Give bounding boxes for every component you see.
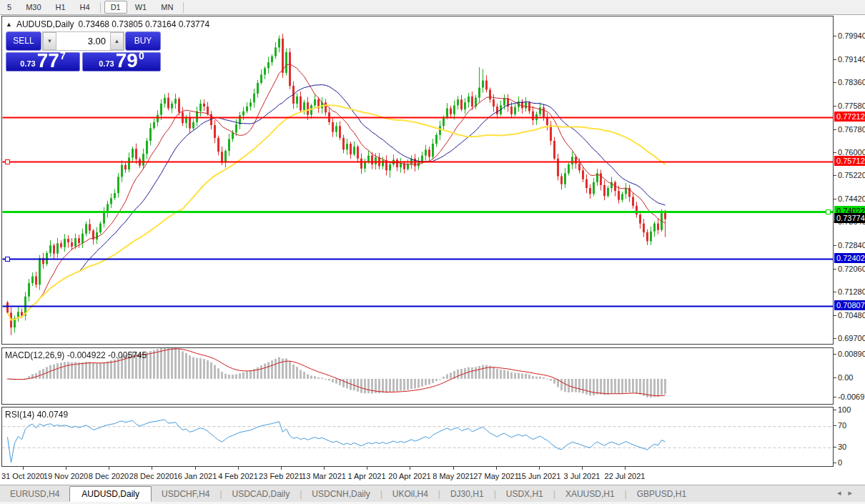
timeframe-button-mn[interactable]: MN [154,1,179,14]
axis-tick-label: 0.00 [838,373,853,382]
axis-tick-label: 0.008903 [838,350,865,358]
chart-tab-usdcad[interactable]: USDCAD,Daily [222,487,300,501]
date-tick [66,467,66,470]
date-label: 22 Jul 2021 [605,472,646,480]
axis-tick-label: 0.77580 [838,102,865,110]
buy-price-pip: 0 [139,50,144,61]
level-price-badge: 0.75712 [834,156,865,166]
axis-tick-label: 0.76780 [838,125,865,134]
date-tick [23,467,24,470]
date-tick [582,467,583,470]
axis-tick-label: 0.75220 [838,171,865,179]
rsi-label: RSI(14) 40.0749 [5,410,68,420]
timeframe-button-w1[interactable]: W1 [129,1,154,14]
axis-tick-label: 0.79140 [838,55,865,64]
date-tick [539,467,540,470]
axis-tick [834,377,836,378]
date-label: 23 Feb 2021 [259,472,303,480]
axis-tick [834,447,836,448]
date-axis[interactable]: 31 Oct 202019 Nov 20208 Dec 202028 Dec 2… [1,467,834,485]
axis-tick-label: 70 [838,421,846,430]
chart-tab-dj30[interactable]: DJ30,H1 [440,487,494,501]
axis-tick [834,199,836,199]
tab-scroll-arrows[interactable]: ◂▸ [837,488,859,498]
symbol-period-label: AUDUSD,Daily [16,19,74,29]
sell-button[interactable]: SELL [6,31,41,51]
volume-input[interactable]: 3.00 [56,32,110,50]
axis-tick-label: 0.72060 [838,265,865,273]
chart-tab-usdchf[interactable]: USDCHF,H4 [152,487,219,501]
level-price-badge: 0.77212 [834,112,865,122]
date-label: 8 Dec 2020 [89,472,129,480]
date-tick [195,467,196,470]
volume-decrease-icon[interactable]: ▼ [43,32,56,50]
price-axis[interactable]: 0.799400.791400.783600.775800.767800.760… [834,16,865,467]
axis-tick [834,269,836,270]
date-label: 4 Feb 2021 [218,472,258,480]
chart-tab-eurusd[interactable]: EURUSD,H4 [0,487,69,501]
chart-tab-usdcnh[interactable]: USDCNH,Daily [302,487,380,501]
current-price-badge: 0.73774 [834,213,865,223]
volume-increase-icon[interactable]: ▲ [110,32,124,50]
rsi-canvas[interactable] [2,407,833,466]
timeframe-button-d1[interactable]: D1 [104,1,127,14]
one-click-collapse-icon[interactable]: ▲ [6,21,12,28]
axis-tick [834,82,836,83]
axis-tick-label: 0.71280 [838,287,865,296]
axis-tick-label: 0.79940 [838,31,865,40]
buy-price-big: 79 [116,51,138,70]
volume-spinner: ▼ 3.00 ▲ [42,31,124,51]
sell-price-prefix: 0.73 [20,59,35,68]
chart-title: ▲ AUDUSD,Daily 0.73468 0.73805 0.73164 0… [6,19,209,29]
axis-tick-label: 0.70480 [838,311,865,320]
date-tick [281,467,282,470]
axis-tick-label: 0.78360 [838,78,865,87]
chart-tab-xauusd[interactable]: XAUUSD,H1 [555,487,625,501]
date-tick [496,467,497,470]
chart-tab-usdx[interactable]: USDX,H1 [496,487,553,501]
date-label: 27 May 2021 [473,472,519,480]
timeframe-toolbar: 5M30H1H4D1W1MN [0,0,865,15]
level-price-badge: 0.70807 [834,300,865,310]
one-click-trade-panel: SELL ▼ 3.00 ▲ BUY 0.73 77 7 0.73 79 0 [6,31,161,71]
toolbar-separator [183,2,184,13]
axis-tick [834,463,836,463]
date-tick [625,467,626,470]
axis-tick [834,397,836,397]
timeframe-button-5[interactable]: 5 [1,1,18,14]
chart-tab-audusd[interactable]: AUDUSD,Daily [69,486,152,502]
date-tick [410,467,410,470]
chart-tab-gbpusd[interactable]: GBPUSD,H1 [627,487,696,501]
date-label: 1 Apr 2021 [347,472,385,480]
sell-price-pip: 7 [60,50,66,61]
date-label: 3 Jul 2021 [564,472,600,480]
date-label: 13 Mar 2021 [302,472,346,480]
timeframe-button-m30[interactable]: M30 [19,1,47,14]
macd-label: MACD(12,26,9) -0.004922 -0.005745 [5,350,147,360]
rsi-pane[interactable]: RSI(14) 40.0749 [1,407,834,467]
date-tick [238,467,239,470]
toolbar-separator [100,2,101,13]
axis-tick [834,338,836,339]
chart-tab-ukoil[interactable]: UKOil,H4 [382,487,438,501]
axis-tick [834,292,836,292]
buy-price-button[interactable]: 0.73 79 0 [82,52,161,71]
axis-tick-label: 0 [838,458,842,467]
buy-button[interactable]: BUY [125,31,161,51]
axis-tick [834,410,836,410]
axis-tick [834,129,836,130]
sell-price-button[interactable]: 0.73 77 7 [6,52,80,71]
date-tick [152,467,152,470]
axis-tick [834,245,836,246]
date-label: 20 Apr 2021 [388,472,430,480]
timeframe-button-h1[interactable]: H1 [49,1,72,14]
date-label: 16 Jan 2021 [174,472,217,480]
date-tick [453,467,454,470]
axis-tick [834,354,836,355]
timeframe-button-h4[interactable]: H4 [74,1,97,14]
date-label: 31 Oct 2020 [1,472,44,480]
date-tick [109,467,109,470]
chart-tab-bar: EURUSD,H4AUDUSD,DailyUSDCHF,H4|USDCAD,Da… [0,485,865,502]
macd-pane[interactable]: MACD(12,26,9) -0.004922 -0.005745 [1,347,834,405]
ohlc-values: 0.73468 0.73805 0.73164 0.73774 [79,19,210,29]
